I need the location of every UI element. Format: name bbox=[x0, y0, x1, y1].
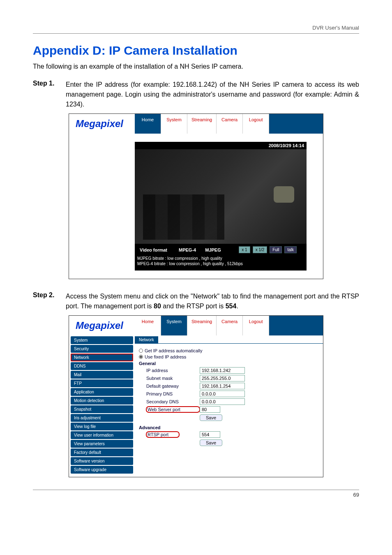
sidebar-item-viewparams[interactable]: View parameters bbox=[71, 440, 133, 448]
bitrate-line-1: MJPEG bitrate : low compression , high q… bbox=[137, 256, 304, 261]
tab2-logout[interactable]: Logout bbox=[243, 316, 269, 335]
rtsp-input[interactable] bbox=[200, 431, 220, 438]
step1-text: Enter the IP address (for example: 192.1… bbox=[66, 80, 359, 109]
rule-top bbox=[33, 33, 359, 34]
codec-mjpeg-label: MJPEG bbox=[205, 247, 221, 252]
sidebar-item-network[interactable]: Network bbox=[71, 354, 133, 361]
tab2-system[interactable]: System bbox=[161, 316, 187, 335]
webport-label: Web Server port bbox=[146, 407, 200, 412]
camera-icon[interactable] bbox=[299, 247, 307, 253]
radio-mjpeg[interactable] bbox=[198, 248, 203, 252]
bitrate-line-2: MPEG-4 bitrate : low compression , high … bbox=[137, 261, 304, 266]
sidebar-item-swupgrade[interactable]: Software upgrade bbox=[71, 466, 133, 474]
pdns-input[interactable] bbox=[200, 391, 245, 397]
sdns-label: Secondary DNS bbox=[146, 399, 200, 404]
step2-text: Access the System menu and click on the … bbox=[66, 291, 359, 311]
zoom-x1-button[interactable]: x 1 bbox=[239, 246, 250, 253]
sidebar-item-system[interactable]: System bbox=[71, 336, 133, 344]
sidebar-item-viewlog[interactable]: View log file bbox=[71, 423, 133, 430]
pdns-label: Primary DNS bbox=[146, 391, 200, 396]
save-advanced-button[interactable]: Save bbox=[200, 439, 222, 446]
top-tabs-2: Home System Streaming Camera Logout bbox=[135, 316, 323, 335]
tab-logout[interactable]: Logout bbox=[243, 114, 269, 134]
screenshot-home: Megapixel Home System Streaming Camera L… bbox=[69, 113, 323, 279]
screenshot-network: Megapixel Home System Streaming Camera L… bbox=[69, 315, 323, 477]
tab-system[interactable]: System bbox=[161, 114, 187, 134]
gateway-input[interactable] bbox=[200, 383, 245, 389]
rtsp-label: RTSP port bbox=[146, 432, 179, 437]
gateway-label: Default gateway bbox=[146, 384, 200, 388]
brand-logo-2: Megapixel bbox=[69, 316, 135, 335]
page-title: Appendix D: IP Camera Installation bbox=[33, 44, 359, 58]
ip-label: IP address bbox=[146, 368, 200, 373]
save-general-button[interactable]: Save bbox=[200, 414, 222, 421]
tab2-streaming[interactable]: Streaming bbox=[187, 316, 217, 335]
radio-mpeg4[interactable] bbox=[172, 248, 176, 252]
tab2-camera[interactable]: Camera bbox=[217, 316, 243, 335]
tab-home[interactable]: Home bbox=[135, 114, 161, 134]
sidebar-item-iris[interactable]: Iris adjustment bbox=[71, 414, 133, 422]
advanced-heading: Advanced bbox=[139, 425, 319, 430]
section-title: Network bbox=[135, 336, 158, 343]
sidebar-item-swversion[interactable]: Software version bbox=[71, 457, 133, 465]
header-right: DVR User's Manual bbox=[33, 25, 359, 31]
intro-text: The following is an example of the insta… bbox=[33, 62, 359, 72]
radio-fixed-label: Use fixed IP address bbox=[145, 354, 186, 359]
sidebar-item-motion[interactable]: Motion detection bbox=[71, 397, 133, 405]
video-timestamp: 2008/10/29 14:14 bbox=[266, 142, 307, 149]
tab-streaming[interactable]: Streaming bbox=[187, 114, 217, 134]
step1-label: Step 1. bbox=[33, 80, 66, 109]
webport-input[interactable] bbox=[200, 406, 220, 413]
mask-label: Subnet mask bbox=[146, 376, 200, 381]
brand-logo: Megapixel bbox=[69, 114, 135, 134]
radio-auto-ip[interactable] bbox=[139, 349, 143, 353]
talk-button[interactable]: talk bbox=[284, 246, 297, 253]
sidebar-item-security[interactable]: Security bbox=[71, 345, 133, 353]
sidebar-item-ddns[interactable]: DDNS bbox=[71, 362, 133, 370]
ip-input[interactable] bbox=[200, 367, 245, 374]
sdns-input[interactable] bbox=[200, 398, 245, 405]
video-format-label: Video format bbox=[137, 247, 170, 253]
top-tabs: Home System Streaming Camera Logout bbox=[135, 114, 323, 134]
step2-label: Step 2. bbox=[33, 291, 66, 311]
codec-mpeg4-label: MPEG-4 bbox=[179, 247, 196, 252]
sidebar-item-mail[interactable]: Mail bbox=[71, 371, 133, 379]
sidebar-item-factory[interactable]: Factory default bbox=[71, 449, 133, 456]
tab2-home[interactable]: Home bbox=[135, 316, 161, 335]
live-video bbox=[135, 149, 307, 244]
sidebar: System Security Network DDNS Mail FTP Ap… bbox=[69, 335, 135, 477]
sidebar-item-snapshot[interactable]: Snapshot bbox=[71, 405, 133, 413]
radio-fixed-ip[interactable] bbox=[139, 355, 143, 359]
tab-camera[interactable]: Camera bbox=[217, 114, 243, 134]
general-heading: General bbox=[139, 361, 319, 366]
mask-input[interactable] bbox=[200, 375, 245, 382]
zoom-x12-button[interactable]: x 1/2 bbox=[253, 246, 267, 253]
sidebar-item-ftp[interactable]: FTP bbox=[71, 379, 133, 387]
radio-auto-label: Get IP address automatically bbox=[145, 348, 202, 353]
sidebar-item-viewuser[interactable]: View user information bbox=[71, 431, 133, 439]
zoom-full-button[interactable]: Full bbox=[270, 246, 282, 253]
page-number: 69 bbox=[33, 492, 359, 498]
rule-bottom bbox=[33, 490, 359, 490]
sidebar-item-application[interactable]: Application bbox=[71, 388, 133, 396]
